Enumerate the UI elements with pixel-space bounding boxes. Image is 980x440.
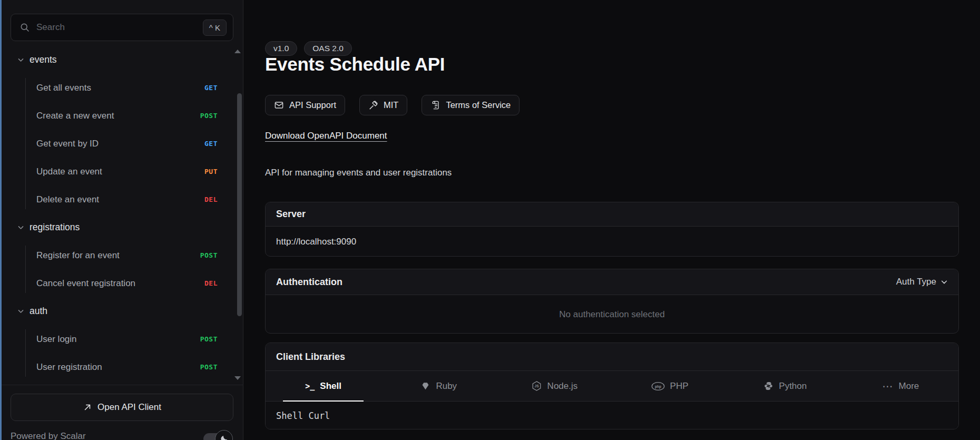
sidebar-item[interactable]: Delete an eventDEL <box>2 185 243 213</box>
tab-label: PHP <box>670 381 689 392</box>
svg-text:php: php <box>655 384 661 388</box>
python-icon <box>763 381 773 391</box>
no-authentication-text: No authentication selected <box>266 295 958 334</box>
search-shortcut-key: ^ K <box>203 19 227 36</box>
sidebar-section-label: auth <box>30 306 47 317</box>
sidebar-item-label: Cancel event registration <box>36 278 135 289</box>
license-button[interactable]: MIT <box>359 95 407 115</box>
sidebar-item-label: Update an event <box>36 167 102 177</box>
client-library-tabs: >_ShellRubyJSNode.jsphpPHPPython⋯More <box>266 371 958 402</box>
sidebar-section-label: registrations <box>30 222 80 233</box>
api-description: API for managing events and user registr… <box>265 168 452 178</box>
tab-label: Shell <box>320 381 341 392</box>
tab-more[interactable]: ⋯More <box>843 371 958 401</box>
nodejs-icon: JS <box>531 380 542 392</box>
server-url-row[interactable]: http://localhost:9090 <box>266 227 958 257</box>
server-heading: Server <box>276 209 306 220</box>
terms-of-service-button[interactable]: Terms of Service <box>422 95 520 115</box>
http-method-badge: POST <box>200 112 218 120</box>
license-icon <box>368 100 378 110</box>
meta-link-label: API Support <box>289 100 336 110</box>
sidebar-item-label: User registration <box>36 362 102 373</box>
sidebar-item-label: User login <box>36 334 77 345</box>
chevron-down-icon <box>17 308 24 315</box>
sidebar-item[interactable]: Cancel event registrationDEL <box>2 269 243 297</box>
http-method-badge: DEL <box>204 279 218 287</box>
sidebar-item-label: Create a new event <box>36 111 114 121</box>
code-example-label: Shell Curl <box>266 402 958 429</box>
search-bar[interactable]: ^ K <box>11 14 233 41</box>
sidebar-item[interactable]: Update an eventPUT <box>2 158 243 185</box>
search-icon <box>19 22 30 33</box>
chevron-down-icon <box>940 278 948 286</box>
scroll-down-arrow[interactable] <box>234 376 241 380</box>
sidebar-section-registrations[interactable]: registrations <box>2 213 243 241</box>
page-title: Events Schedule API <box>265 54 445 75</box>
api-support-button[interactable]: API Support <box>265 95 345 115</box>
chevron-down-icon <box>17 224 24 231</box>
shell-icon: >_ <box>305 382 315 391</box>
http-method-badge: GET <box>204 84 218 92</box>
tab-label: More <box>899 381 919 392</box>
moon-icon <box>215 430 233 440</box>
http-method-badge: GET <box>204 140 218 148</box>
powered-by-scalar-link[interactable]: Powered by Scalar <box>11 431 86 440</box>
http-method-badge: POST <box>200 251 218 259</box>
external-link-icon <box>83 403 92 412</box>
sidebar-item-label: Get all events <box>36 83 91 93</box>
php-icon: php <box>651 382 665 391</box>
sidebar-section-auth[interactable]: auth <box>2 297 243 325</box>
meta-links-row: API SupportMITTerms of Service <box>265 95 520 115</box>
terms-icon <box>430 100 440 110</box>
sidebar-item[interactable]: User registrationPOST <box>2 353 243 381</box>
sidebar-nav: eventsGet all eventsGETCreate a new even… <box>2 46 243 381</box>
sidebar-item[interactable]: Get event by IDGET <box>2 130 243 158</box>
meta-link-label: MIT <box>384 100 398 110</box>
sidebar-item[interactable]: Get all eventsGET <box>2 74 243 102</box>
sidebar-item-label: Get event by ID <box>36 139 99 149</box>
server-url: http://localhost:9090 <box>276 237 356 247</box>
more-icon: ⋯ <box>883 384 894 389</box>
tab-label: Node.js <box>547 381 578 392</box>
http-method-badge: POST <box>200 363 218 371</box>
sidebar-scrollbar[interactable] <box>237 93 242 316</box>
sidebar-item[interactable]: User loginPOST <box>2 325 243 353</box>
auth-type-label: Auth Type <box>896 277 936 287</box>
tab-nodejs[interactable]: JSNode.js <box>496 371 612 401</box>
sidebar-item-label: Register for an event <box>36 250 120 261</box>
sidebar-item[interactable]: Create a new eventPOST <box>2 102 243 130</box>
tab-python[interactable]: Python <box>728 371 843 401</box>
sidebar-section-items: Register for an eventPOSTCancel event re… <box>2 241 243 297</box>
http-method-badge: PUT <box>204 168 218 175</box>
ruby-icon <box>420 381 430 391</box>
chevron-down-icon <box>17 56 24 63</box>
sidebar-divider <box>2 385 243 385</box>
search-input[interactable] <box>36 22 203 33</box>
server-card: Server http://localhost:9090 <box>265 202 959 257</box>
svg-text:JS: JS <box>534 384 539 388</box>
http-method-badge: POST <box>200 335 218 343</box>
sidebar: ^ K eventsGet all eventsGETCreate a new … <box>2 0 243 440</box>
sidebar-item[interactable]: Register for an eventPOST <box>2 241 243 269</box>
tab-label: Python <box>779 381 807 392</box>
client-libraries-heading: Client Libraries <box>276 351 345 363</box>
main-content: v1.0OAS 2.0 Events Schedule API API Supp… <box>244 0 980 440</box>
scroll-up-arrow[interactable] <box>234 50 241 54</box>
sidebar-section-events[interactable]: events <box>2 46 243 74</box>
tab-shell[interactable]: >_Shell <box>266 371 381 401</box>
meta-link-label: Terms of Service <box>446 100 511 110</box>
tab-ruby[interactable]: Ruby <box>381 371 496 401</box>
open-api-client-label: Open API Client <box>97 402 161 413</box>
sidebar-section-label: events <box>30 54 57 65</box>
sidebar-section-items: Get all eventsGETCreate a new eventPOSTG… <box>2 74 243 213</box>
dark-mode-toggle[interactable] <box>203 430 233 440</box>
http-method-badge: DEL <box>204 195 218 203</box>
tab-label: Ruby <box>436 381 457 392</box>
tab-php[interactable]: phpPHP <box>612 371 728 401</box>
auth-type-dropdown[interactable]: Auth Type <box>896 277 948 287</box>
sidebar-item-label: Delete an event <box>36 194 99 205</box>
download-openapi-link[interactable]: Download OpenAPI Document <box>265 131 387 141</box>
open-api-client-button[interactable]: Open API Client <box>11 394 233 421</box>
authentication-card: Authentication Auth Type No authenticati… <box>265 269 959 334</box>
client-libraries-card: Client Libraries >_ShellRubyJSNode.jsphp… <box>265 343 959 429</box>
